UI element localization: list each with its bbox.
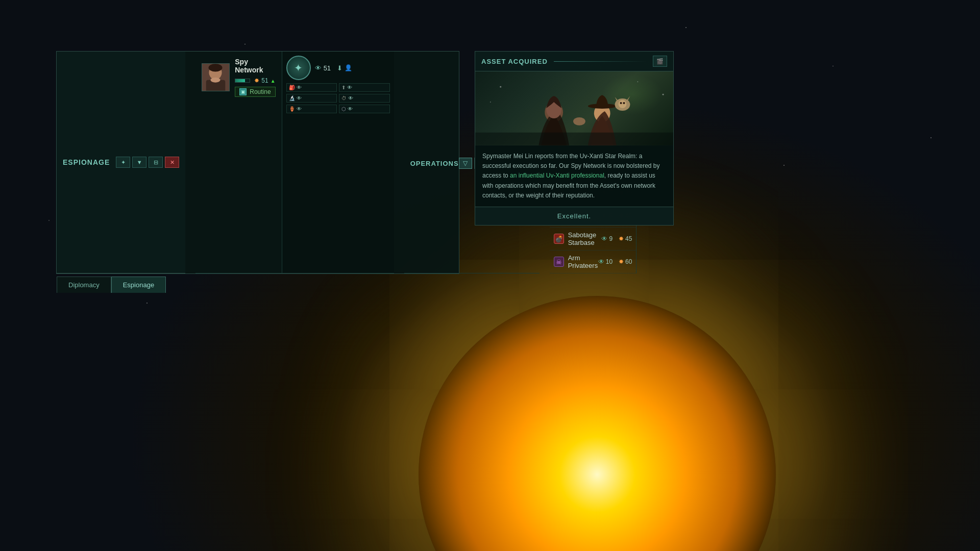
svg-point-19: [490, 102, 491, 103]
stat-row-6: ⬡ 👁: [339, 105, 390, 113]
spy-details: Spy Network ✸ 51 ▲ ▣ Routine: [235, 58, 275, 97]
progress-bar-container: ✸ 51 ▲: [235, 77, 275, 84]
asset-panel-text: Spymaster Mei Lin reports from the Uv-Xa…: [475, 145, 673, 207]
stat-icon-eye3: 👁: [297, 95, 302, 101]
panel-btn-minimize[interactable]: ⊟: [149, 157, 163, 168]
stat-icon-clock: ⏱: [341, 95, 347, 101]
espionage-panel: Espionage ✦ ▼ ⊟ ✕: [56, 51, 459, 274]
eye-val-9: 10: [606, 258, 612, 265]
eye-icon-8: 👁: [601, 235, 607, 242]
stat-icon-eye6: 👁: [348, 106, 353, 112]
spy-portrait-inner: [202, 64, 229, 91]
op-row-sabotage[interactable]: 💣 Sabotage Starbase 👁9 ✸45: [550, 228, 636, 251]
stat-row-1: 🎒 👁: [286, 83, 337, 92]
stats-eye-count: 👁 51 ⬇ 👤: [315, 64, 352, 72]
stat-icon-bag: 🎒: [289, 85, 295, 90]
svg-point-3: [211, 78, 220, 83]
progress-arrow: ▲: [271, 78, 276, 84]
panel-btn-emblem[interactable]: ✦: [116, 157, 130, 168]
svg-point-15: [573, 117, 585, 126]
svg-point-4: [209, 64, 223, 71]
asset-header-divider: [554, 61, 647, 62]
progress-bar: [235, 79, 250, 83]
spy-portrait: [202, 63, 230, 91]
svg-point-12: [619, 100, 627, 108]
stat-row-2: ⬆ 👁: [339, 83, 390, 92]
stat-icon-person1: ⬆: [341, 85, 346, 90]
op-eye-arm: 👁10: [598, 258, 612, 265]
filter-btn-all[interactable]: ▽: [459, 158, 472, 169]
panel-btn-dropdown[interactable]: ▼: [132, 157, 146, 168]
sun-val-8: 45: [625, 235, 632, 242]
op-sun-arm: ✸60: [619, 258, 632, 265]
op-name-sabotage: Sabotage Starbase: [568, 231, 602, 246]
stat-row-4: ⏱ 👁: [339, 94, 390, 103]
bottom-tabs: Diplomacy Espionage: [57, 277, 166, 293]
stat-icon-shield: ⬡: [341, 106, 346, 112]
asset-panel-image: [475, 71, 673, 145]
op-costs-arm: 👁10 ✸60: [598, 258, 632, 265]
svg-rect-20: [475, 133, 673, 145]
op-eye-sabotage: 👁9: [601, 235, 612, 242]
stat-icon-eye2: 👁: [347, 85, 352, 90]
routine-text: Routine: [250, 88, 271, 95]
op-name-arm: Arm Privateers: [568, 254, 598, 269]
stat-row-3: 🔬 👁: [286, 94, 337, 103]
panel-title: Espionage: [63, 158, 110, 166]
person-icon: ⬇: [337, 64, 342, 72]
stat-icon-eye4: 👁: [348, 95, 353, 101]
stat-row-5: 🏺 👁: [286, 105, 337, 113]
op-costs-sabotage: 👁9 ✸45: [601, 235, 632, 242]
progress-number: 51: [261, 77, 268, 84]
op-row-arm[interactable]: ☠ Arm Privateers 👁10 ✸60: [550, 251, 636, 273]
sun-icon-9: ✸: [619, 258, 624, 265]
person-icon-2: 👤: [345, 64, 352, 71]
illustration: [475, 71, 673, 145]
op-sun-sabotage: ✸45: [619, 235, 632, 242]
routine-icon: ▣: [239, 88, 247, 95]
spy-emblem: ✦: [286, 56, 311, 80]
spy-portrait-svg: [202, 63, 229, 91]
tab-espionage[interactable]: Espionage: [111, 277, 166, 293]
stat-icon-eye1: 👁: [297, 85, 302, 90]
asset-text-highlight: an influential Uv-Xanti professional: [510, 172, 604, 179]
asset-panel-header: Asset Acquired 🎬: [475, 52, 673, 71]
svg-point-14: [623, 102, 625, 104]
routine-badge: ▣ Routine: [235, 87, 275, 97]
panel-header: Espionage ✦ ▼ ⊟ ✕: [57, 52, 185, 273]
eye-val-8: 9: [609, 235, 612, 242]
stat-icon-search: 🔬: [289, 95, 295, 101]
stats-grid: 🎒 👁 ⬆ 👁 🔬 👁 ⏱ 👁 🏺 👁: [286, 83, 390, 113]
illus-svg: [475, 71, 673, 145]
op-icon-sabotage: 💣: [554, 234, 564, 244]
eye-value: 51: [324, 64, 331, 72]
asset-panel-video-btn[interactable]: 🎬: [653, 56, 667, 67]
asset-acquired-panel: Asset Acquired 🎬: [475, 51, 674, 226]
sun-icon-8: ✸: [619, 235, 624, 242]
progress-sun-icon: ✸: [254, 77, 259, 84]
progress-fill: [235, 79, 244, 82]
svg-point-17: [637, 81, 638, 82]
progress-value: ✸ 51 ▲: [254, 77, 275, 84]
excellent-button[interactable]: Excellent.: [475, 207, 673, 225]
svg-point-16: [500, 86, 501, 88]
asset-panel-title: Asset Acquired: [481, 58, 548, 65]
tab-diplomacy[interactable]: Diplomacy: [57, 277, 111, 293]
spy-info: Spy Network ✸ 51 ▲ ▣ Routine: [202, 58, 275, 97]
stat-icon-eye5: 👁: [297, 106, 302, 112]
svg-point-13: [620, 102, 622, 104]
panel-controls: ✦ ▼ ⊟ ✕: [116, 157, 179, 168]
spy-stats-panel: ✦ 👁 51 ⬇ 👤 🎒 👁 ⬆ 👁 🔬: [282, 52, 394, 273]
operations-title: Operations: [410, 160, 459, 167]
stat-icon-coin: 🏺: [289, 106, 295, 112]
sun-val-9: 60: [625, 258, 632, 265]
spy-name: Spy Network: [235, 58, 275, 74]
svg-point-18: [663, 94, 664, 95]
eye-icon-main: 👁: [315, 64, 322, 72]
op-icon-arm: ☠: [554, 257, 564, 267]
asset-panel-footer: Excellent.: [475, 207, 673, 225]
panel-btn-close[interactable]: ✕: [165, 157, 179, 168]
stats-top-row: ✦ 👁 51 ⬇ 👤: [286, 56, 390, 80]
eye-icon-9: 👁: [598, 258, 604, 265]
